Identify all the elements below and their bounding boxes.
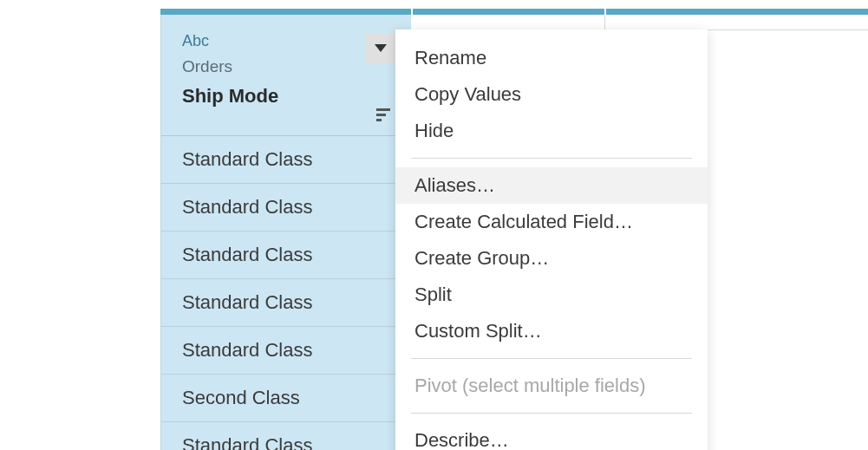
chevron-down-icon xyxy=(375,41,387,56)
menu-item[interactable]: Describe… xyxy=(395,422,708,450)
column-header[interactable]: Abc Orders Ship Mode xyxy=(161,15,411,136)
top-bar-divider xyxy=(604,9,606,15)
table-cell[interactable]: Standard Class xyxy=(161,232,411,279)
menu-item[interactable]: Hide xyxy=(395,113,708,149)
svg-rect-1 xyxy=(376,108,390,111)
table-cell[interactable]: Standard Class xyxy=(161,184,411,232)
svg-rect-2 xyxy=(376,114,386,116)
menu-item[interactable]: Copy Values xyxy=(395,76,708,113)
field-name-label: Ship Mode xyxy=(182,85,395,108)
menu-item[interactable]: Create Calculated Field… xyxy=(395,204,708,240)
top-accent-bar xyxy=(160,9,868,15)
table-cell[interactable]: Second Class xyxy=(161,375,411,422)
header-divider-vertical xyxy=(604,15,605,30)
menu-item: Pivot (select multiple fields) xyxy=(395,368,708,404)
table-cell[interactable]: Standard Class xyxy=(161,279,411,327)
sort-icon[interactable] xyxy=(375,105,395,126)
column-context-menu: RenameCopy ValuesHideAliases…Create Calc… xyxy=(395,29,708,450)
header-divider xyxy=(411,15,868,30)
menu-item[interactable]: Split xyxy=(395,277,708,313)
svg-marker-0 xyxy=(375,44,387,52)
table-cell[interactable]: Standard Class xyxy=(161,136,411,184)
table-cell[interactable]: Standard Class xyxy=(161,327,411,375)
menu-separator xyxy=(411,358,692,359)
data-column: Abc Orders Ship Mode Standard ClassStand… xyxy=(160,15,411,450)
column-menu-button[interactable] xyxy=(366,34,395,63)
menu-item[interactable]: Custom Split… xyxy=(395,313,708,349)
menu-separator xyxy=(411,158,692,159)
svg-rect-3 xyxy=(376,119,382,121)
field-source-label: Orders xyxy=(182,57,395,76)
table-cell[interactable]: Standard Class xyxy=(161,422,411,450)
field-type-label: Abc xyxy=(182,32,395,50)
menu-item[interactable]: Aliases… xyxy=(395,167,708,204)
menu-item[interactable]: Create Group… xyxy=(395,240,708,277)
menu-item[interactable]: Rename xyxy=(395,40,708,76)
menu-separator xyxy=(411,413,692,414)
top-bar-divider xyxy=(411,9,413,15)
